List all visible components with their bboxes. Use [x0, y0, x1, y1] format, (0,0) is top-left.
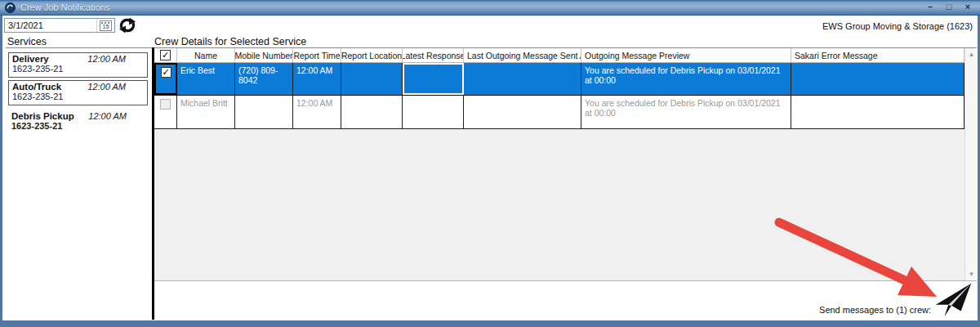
window-title: Crew Job Notifications — [20, 2, 109, 12]
cell-latest-response[interactable] — [403, 96, 464, 128]
cell-report-location[interactable] — [341, 63, 403, 95]
select-all-checkbox[interactable]: ✓ — [160, 50, 171, 60]
grid-vertical-scrollbar[interactable]: ▲ ▼ — [964, 48, 977, 280]
crew-details-heading: Crew Details for Selected Service — [154, 36, 306, 47]
cell-sakari-error[interactable] — [791, 63, 964, 95]
row-checkbox-unchecked[interactable] — [160, 99, 171, 110]
crew-job-notifications-window: Crew Job Notifications – □ × 3/1/2021 15… — [0, 0, 980, 327]
company-label: EWS Group Moving & Storage (1623) — [822, 21, 973, 31]
cell-sakari-error[interactable] — [791, 96, 964, 128]
cell-report-location[interactable] — [341, 96, 403, 128]
service-item-auto-truck[interactable]: Auto/Truck 12:00 AM 1623-235-21 — [8, 80, 148, 105]
row-checkbox-cell[interactable]: ✓ — [154, 63, 177, 95]
scroll-down-icon[interactable]: ▼ — [965, 268, 978, 280]
cell-name[interactable]: Eric Best — [177, 63, 235, 95]
col-header-last-outgoing[interactable]: Last Outgoing Message Sent At — [464, 48, 581, 62]
cell-mobile[interactable]: (720) 809-8042 — [235, 63, 293, 95]
cell-message-preview[interactable]: You are scheduled for Debris Pickup on 0… — [581, 96, 791, 128]
minimize-button[interactable]: – — [924, 1, 936, 13]
calendar-icon: 15 — [100, 20, 112, 31]
calendar-button[interactable]: 15 — [96, 19, 114, 32]
close-button[interactable]: × — [962, 1, 973, 13]
select-all-header-cell[interactable]: ✓ — [154, 48, 177, 62]
cell-report-time[interactable]: 12:00 AM — [293, 96, 341, 128]
service-item-delivery[interactable]: Delivery 12:00 AM 1623-235-21 — [8, 52, 148, 78]
cell-last-outgoing[interactable] — [464, 63, 581, 95]
services-list: Delivery 12:00 AM 1623-235-21 Auto/Truck… — [6, 47, 152, 320]
cell-report-time[interactable]: 12:00 AM — [293, 63, 341, 95]
app-icon — [5, 2, 16, 13]
date-picker-field[interactable]: 3/1/2021 15 — [4, 18, 115, 33]
scroll-up-icon[interactable]: ▲ — [965, 48, 978, 60]
services-heading: Services — [7, 36, 47, 47]
col-header-name[interactable]: Name — [177, 48, 235, 62]
send-paper-plane-button[interactable] — [933, 280, 975, 320]
date-value[interactable]: 3/1/2021 — [5, 20, 96, 30]
restore-button[interactable]: □ — [943, 1, 955, 13]
col-header-message-preview[interactable]: Outgoing Message Preview — [581, 48, 791, 62]
grid-header-row: ✓ Name Mobile Number Report Time Report … — [154, 48, 964, 63]
cell-message-preview[interactable]: You are scheduled for Debris Pickup on 0… — [581, 63, 791, 95]
crew-row-michael-britt[interactable]: Michael Britt 12:00 AM You are scheduled… — [154, 96, 964, 129]
row-checkbox-checked[interactable]: ✓ — [161, 67, 172, 78]
title-bar[interactable]: Crew Job Notifications – □ × — [0, 0, 980, 16]
send-messages-label: Send messages to (1) crew: — [819, 305, 931, 315]
cell-mobile[interactable] — [235, 96, 293, 128]
cell-last-outgoing[interactable] — [464, 96, 581, 128]
col-header-mobile-number[interactable]: Mobile Number — [235, 48, 293, 62]
col-header-latest-response[interactable]: Latest Response — [403, 48, 464, 62]
col-header-sakari-error[interactable]: Sakari Error Message — [791, 48, 964, 62]
col-header-report-location[interactable]: Report Location — [341, 48, 403, 62]
row-checkbox-cell[interactable] — [154, 96, 177, 128]
col-header-report-time[interactable]: Report Time — [293, 48, 341, 62]
window-content: 3/1/2021 15 EWS Group Moving & Storage (… — [2, 16, 978, 320]
cell-latest-response-focused[interactable] — [403, 63, 464, 95]
crew-grid: ✓ Name Mobile Number Report Time Report … — [154, 47, 977, 281]
crew-row-eric-best[interactable]: ✓ Eric Best (720) 809-8042 12:00 AM You … — [154, 63, 964, 96]
cell-name[interactable]: Michael Britt — [177, 96, 235, 128]
service-item-debris-pickup[interactable]: Debris Pickup 12:00 AM 1623-235-21 — [8, 110, 148, 136]
refresh-button[interactable] — [118, 17, 137, 34]
